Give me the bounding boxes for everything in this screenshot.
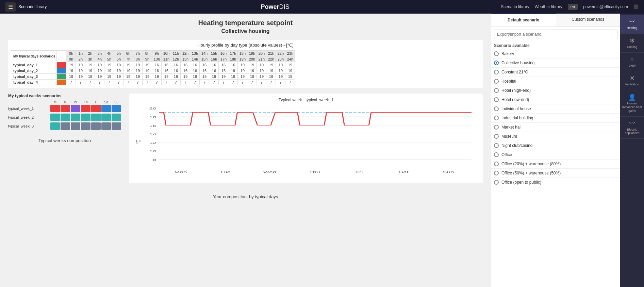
week-day-cell — [50, 122, 60, 130]
typical-weeks-comp-title: Typical weeks composition — [8, 138, 121, 143]
heating-label: Heating — [627, 26, 637, 30]
radio-office[interactable] — [494, 152, 499, 157]
dhw-icon: ○ — [630, 56, 634, 63]
table-row-name: typical_day_4 — [11, 80, 57, 85]
dhw-label: DHW — [628, 64, 636, 68]
week-days — [50, 122, 121, 130]
table-cell: 7 — [219, 80, 228, 85]
page-subtitle: Collective housing — [8, 28, 483, 34]
export-import-input[interactable] — [494, 30, 617, 39]
nav-right: Scenario library Weather library en powe… — [501, 4, 639, 10]
week-day-cell — [61, 114, 70, 121]
table-cell: 16 — [209, 68, 219, 74]
weeks-left: My typical weeks scenarios MTuWThFSaSu t… — [8, 94, 121, 189]
far-right-item-dhw[interactable]: ○DHW — [620, 53, 644, 71]
scenario-item-office_open_public[interactable]: Office (open to public) — [491, 178, 620, 187]
table-cell: 7 — [143, 80, 152, 85]
svg-text:10: 10 — [149, 149, 156, 153]
day-header-label: Th — [81, 100, 90, 104]
radio-bakery[interactable] — [494, 51, 499, 56]
lang-button[interactable]: en — [568, 4, 578, 10]
radio-market_hall[interactable] — [494, 125, 499, 130]
radio-office_20_warehouse_80[interactable] — [494, 162, 499, 166]
week-day-cell — [61, 105, 70, 112]
table-cell: 19 — [123, 68, 133, 74]
svg-text:16: 16 — [149, 124, 156, 128]
nav-scenario-link[interactable]: Scenario library — [501, 4, 529, 9]
svg-text:Wed.: Wed. — [263, 170, 278, 174]
table-cell: 7 — [266, 80, 276, 85]
scenario-item-night_club[interactable]: Night club/casino — [491, 141, 620, 150]
radio-industrial_building[interactable] — [494, 116, 499, 120]
year-comp-title: Year composition, by typical days — [8, 194, 483, 199]
color-bar-placeholder — [57, 51, 66, 62]
tab-custom[interactable]: Custom scenarios — [556, 14, 621, 27]
radio-office_open_public[interactable] — [494, 180, 499, 185]
scenario-item-hotel_high[interactable]: Hotel (high-end) — [491, 86, 620, 95]
tab-default[interactable]: Default scenario — [491, 14, 556, 27]
table-cell: 19 — [133, 68, 143, 74]
scenario-item-constant_21[interactable]: Constant 21°C — [491, 68, 620, 77]
far-right-item-ventilation[interactable]: ✕Ventilation — [620, 71, 644, 90]
scenario-item-office_20_warehouse_80[interactable]: Office (20%) + warehouse (80%) — [491, 159, 620, 169]
scenario-item-collective_housing[interactable]: Collective housing — [491, 58, 620, 68]
day-header-label: Su — [112, 100, 121, 104]
radio-museum[interactable] — [494, 134, 499, 139]
scenario-item-individual_house[interactable]: Individual house — [491, 104, 620, 114]
scenario-item-bakery[interactable]: Bakery — [491, 49, 620, 58]
far-right-item-electric[interactable]: 〰Electric appliances — [620, 117, 644, 139]
logout-icon[interactable]: ⬛ — [633, 4, 639, 9]
ventilation-icon: ✕ — [630, 74, 635, 82]
week-name: typical_week_3 — [8, 124, 49, 128]
table-cell: 7 — [152, 80, 162, 85]
scenario-item-market_hall[interactable]: Market hall — [491, 123, 620, 132]
table-cell: 16 — [162, 68, 171, 74]
radio-night_club[interactable] — [494, 143, 499, 148]
scenario-item-hotel_low[interactable]: Hotel (low-end) — [491, 95, 620, 104]
nav-weather-link[interactable]: Weather library — [535, 4, 562, 9]
table-cell: 19 — [209, 74, 219, 80]
scenario-item-office_50_warehouse_50[interactable]: Office (50%) + warehouse (50%) — [491, 169, 620, 178]
far-right-item-heating[interactable]: 〰Heating — [620, 15, 644, 34]
week-day-cell — [91, 122, 101, 130]
day-header-label: F — [91, 100, 101, 104]
human_heat-icon: 👤 — [628, 94, 636, 101]
table-cell: 19 — [95, 74, 104, 80]
far-right-item-human_heat[interactable]: 👤Human metabolic heat gains — [620, 90, 644, 116]
radio-hotel_high[interactable] — [494, 88, 499, 93]
rp-export-area — [494, 30, 617, 39]
scenario-item-museum[interactable]: Museum — [491, 132, 620, 141]
table-section-title: Hourly profile by day type (absolute val… — [11, 43, 480, 48]
table-cell: 19 — [66, 68, 76, 74]
table-cell: 19 — [247, 68, 257, 74]
scenario-label-office: Office — [501, 152, 512, 157]
hamburger-button[interactable]: ☰ — [5, 2, 16, 12]
radio-hotel_low[interactable] — [494, 97, 499, 102]
table-cell: 7 — [123, 80, 133, 85]
far-right-item-cooling[interactable]: ❄Cooling — [620, 34, 644, 53]
far-right-panel: 〰Heating❄Cooling○DHW✕Ventilation👤Human m… — [620, 14, 644, 287]
radio-collective_housing[interactable] — [494, 61, 499, 65]
scenario-label-industrial_building: Industrial building — [501, 116, 533, 120]
weeks-chart-section: My typical weeks scenarios MTuWThFSaSu t… — [8, 94, 483, 189]
radio-office_50_warehouse_50[interactable] — [494, 171, 499, 175]
scenario-item-office[interactable]: Office — [491, 150, 620, 159]
week-row: typical_week_2 — [8, 114, 121, 121]
scenario-item-industrial_building[interactable]: Industrial building — [491, 114, 620, 123]
table-cell: 19 — [76, 68, 85, 74]
week-day-cell — [61, 122, 70, 130]
scenario-label-bakery: Bakery — [501, 51, 514, 56]
scenario-item-hospital[interactable]: Hospital — [491, 77, 620, 86]
radio-constant_21[interactable] — [494, 70, 499, 74]
table-cell: 19 — [133, 74, 143, 80]
radio-individual_house[interactable] — [494, 106, 499, 111]
week-day-cell — [112, 122, 121, 130]
table-cell: 19 — [114, 62, 123, 68]
table-cell: 7 — [257, 80, 266, 85]
table-row-name: typical_day_2 — [11, 68, 57, 74]
radio-hospital[interactable] — [494, 79, 499, 84]
table-cell: 19 — [95, 62, 104, 68]
table-cell: 16 — [190, 68, 200, 74]
chart-container: Typical week - typical_week_1 8101214161… — [129, 94, 483, 183]
weeks-label: My typical weeks scenarios — [8, 94, 121, 98]
